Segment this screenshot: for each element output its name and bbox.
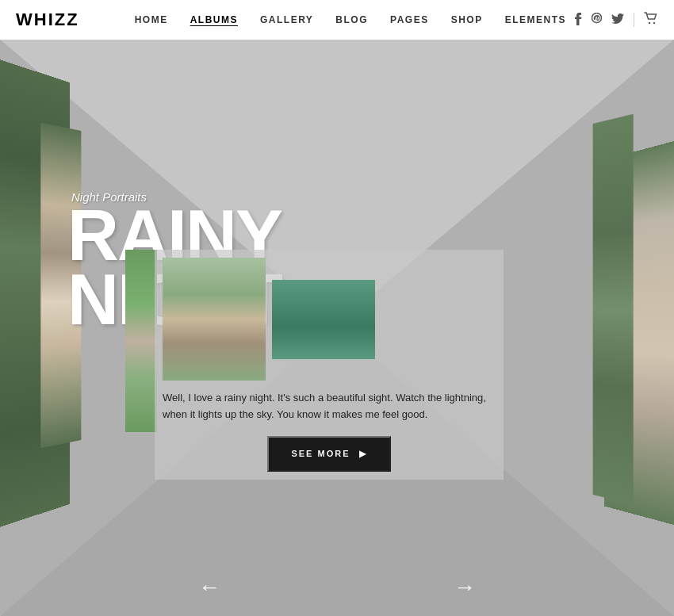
nav-home[interactable]: HOME [135, 14, 168, 25]
nav-elements[interactable]: ELEMENTS [505, 14, 566, 25]
next-button[interactable]: → [454, 575, 476, 600]
thumbnail-2 [272, 280, 375, 359]
cart-icon[interactable] [644, 12, 658, 28]
social-links [574, 12, 658, 28]
arrow-right-icon: ▶ [359, 449, 367, 458]
nav-pages[interactable]: PAGES [390, 14, 429, 25]
nav-shop[interactable]: SHOP [451, 14, 483, 25]
thumbnail-1 [163, 258, 266, 381]
see-more-wrapper: SEE MORE ▶ [163, 430, 496, 472]
svg-point-1 [649, 22, 650, 24]
site-logo[interactable]: WHIZZ [16, 10, 79, 30]
photo-strip-left [125, 250, 157, 432]
nav-divider [634, 13, 634, 27]
nav-gallery[interactable]: GALLERY [260, 14, 313, 25]
facebook-icon[interactable] [574, 13, 582, 28]
photo-grid [163, 258, 496, 381]
navigation-bar: WHIZZ HOME ALBUMS GALLERY BLOG PAGES SHO… [0, 0, 674, 40]
hero-description: Well, I love a rainy night. It's such a … [163, 390, 496, 423]
hero-stage: Night Portraits RAINY NIGHT Well, I love… [0, 40, 674, 616]
nav-links: HOME ALBUMS GALLERY BLOG PAGES SHOP ELEM… [127, 14, 574, 25]
content-box: Well, I love a rainy night. It's such a … [155, 250, 504, 480]
svg-point-0 [592, 13, 602, 22]
bottom-navigation: ← → [0, 575, 674, 600]
twitter-icon[interactable] [611, 13, 624, 26]
see-more-button[interactable]: SEE MORE ▶ [267, 436, 390, 472]
nav-blog[interactable]: BLOG [335, 14, 368, 25]
svg-point-2 [653, 22, 655, 24]
prev-button[interactable]: ← [198, 575, 220, 600]
nav-albums[interactable]: ALBUMS [190, 14, 238, 25]
pinterest-icon[interactable] [592, 13, 602, 28]
